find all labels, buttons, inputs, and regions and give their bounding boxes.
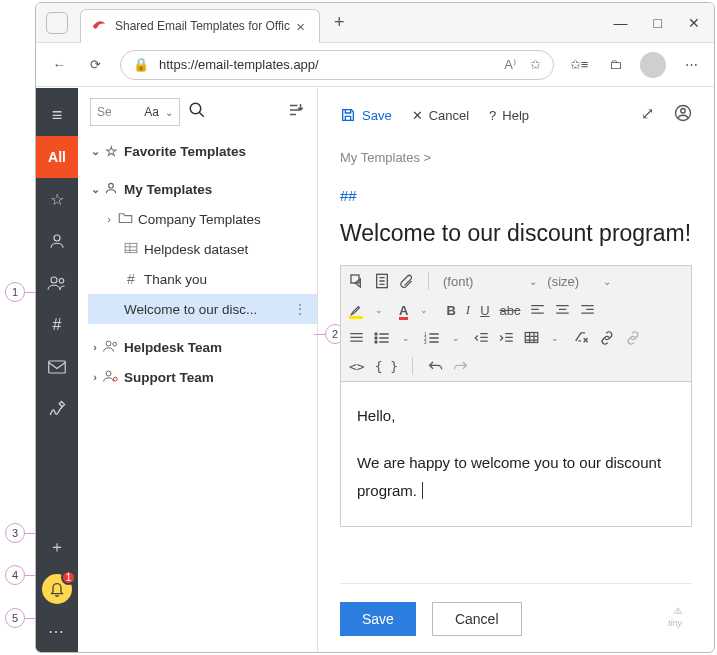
favorite-icon[interactable]: ✩: [530, 57, 541, 72]
footer-cancel-button[interactable]: Cancel: [432, 602, 522, 636]
callout-4: 4: [5, 565, 25, 585]
link-icon[interactable]: [599, 331, 615, 345]
help-icon: ?: [489, 108, 496, 123]
breadcrumb[interactable]: My Templates >: [340, 150, 692, 165]
footer-save-button[interactable]: Save: [340, 602, 416, 636]
font-size-select[interactable]: (size) ⌄: [547, 274, 611, 289]
refresh-icon[interactable]: ⟳: [84, 57, 106, 72]
row-more-icon[interactable]: ⋮: [289, 301, 311, 317]
tree-search-input[interactable]: Se Aa ⌄: [90, 98, 180, 126]
leftbar-user-icon[interactable]: [36, 220, 78, 262]
tab-close-icon[interactable]: ×: [292, 18, 309, 35]
team-admin-icon: [102, 369, 120, 386]
undo-icon[interactable]: [427, 359, 443, 373]
insert-macro-icon[interactable]: [349, 273, 365, 289]
back-icon[interactable]: ←: [48, 57, 70, 72]
chevron-down-icon: ⌄: [88, 145, 102, 158]
highlight-color-icon[interactable]: [349, 303, 363, 317]
search-options-chevron-icon[interactable]: ⌄: [165, 107, 173, 118]
window-maximize-icon[interactable]: □: [654, 15, 662, 31]
template-tree: ⌄ ☆ Favorite Templates ⌄ My Templates ›: [78, 132, 317, 392]
clear-format-icon[interactable]: [573, 330, 589, 345]
new-tab-icon[interactable]: +: [334, 12, 345, 33]
leftbar-hash-icon[interactable]: #: [36, 304, 78, 346]
font-family-select[interactable]: (font) ⌄: [443, 274, 537, 289]
rte-toolbar: (font) ⌄ (size) ⌄ ⌄ A ⌄: [341, 266, 691, 382]
indent-icon[interactable]: [499, 332, 514, 344]
leftbar-sign-icon[interactable]: [36, 388, 78, 430]
browser-tab[interactable]: Shared Email Templates for Offic ×: [80, 9, 320, 43]
redo-icon[interactable]: [453, 359, 469, 373]
bold-icon[interactable]: B: [446, 303, 455, 318]
svg-point-2: [59, 279, 64, 284]
align-right-icon[interactable]: [580, 304, 595, 316]
url-input[interactable]: 🔒 https://email-templates.app/ A⁾ ✩: [120, 50, 554, 80]
tree-favorite-templates[interactable]: ⌄ ☆ Favorite Templates: [88, 136, 317, 166]
sort-icon[interactable]: [287, 101, 305, 123]
template-title[interactable]: Welcome to our discount program!: [340, 220, 692, 247]
window-minimize-icon[interactable]: —: [614, 15, 628, 31]
font-color-icon[interactable]: A: [399, 303, 408, 318]
app-favicon: [91, 18, 107, 34]
align-center-icon[interactable]: [555, 304, 570, 316]
match-case-label: Aa: [144, 105, 159, 119]
collections-icon[interactable]: 🗀: [604, 57, 626, 72]
browser-menu-icon[interactable]: ⋯: [680, 57, 702, 72]
search-icon[interactable]: [188, 101, 206, 123]
toolbar-help-button[interactable]: ? Help: [489, 108, 529, 123]
account-icon[interactable]: [674, 104, 692, 126]
leftbar-users-icon[interactable]: [36, 262, 78, 304]
favorites-bar-icon[interactable]: ✩≡: [568, 57, 590, 72]
source-code-icon[interactable]: <>: [349, 359, 365, 374]
chevron-down-icon[interactable]: ⌄: [551, 333, 559, 343]
toolbar-cancel-label: Cancel: [429, 108, 469, 123]
size-label: (size): [547, 274, 579, 289]
leftbar-favorite-icon[interactable]: ☆: [36, 178, 78, 220]
svg-point-5: [109, 183, 114, 188]
braces-icon[interactable]: { }: [375, 359, 398, 374]
svg-point-9: [106, 371, 111, 376]
toolbar-save-button[interactable]: Save: [340, 107, 392, 123]
tree-company-templates[interactable]: › Company Templates: [88, 204, 317, 234]
chevron-down-icon[interactable]: ⌄: [402, 333, 410, 343]
leftbar-add-icon[interactable]: ＋: [36, 526, 78, 568]
read-aloud-icon[interactable]: A⁾: [504, 57, 516, 72]
chevron-down-icon[interactable]: ⌄: [452, 333, 460, 343]
profile-avatar[interactable]: [640, 52, 666, 78]
tree-helpdesk-dataset[interactable]: Helpdesk dataset: [88, 234, 317, 264]
tab-actions-icon[interactable]: [46, 12, 68, 34]
star-icon: ☆: [102, 143, 120, 159]
leftbar-notifications[interactable]: 1: [36, 568, 78, 610]
rte-content[interactable]: Hello, We are happy to welcome you to ou…: [341, 382, 691, 526]
tree-my-templates[interactable]: ⌄ My Templates: [88, 174, 317, 204]
expand-icon[interactable]: ⤢: [641, 104, 654, 126]
align-left-icon[interactable]: [530, 304, 545, 316]
editor-toolbar: Save ✕ Cancel ? Help ⤢: [340, 100, 692, 130]
outdent-icon[interactable]: [474, 332, 489, 344]
tree-thank-you[interactable]: # Thank you: [88, 264, 317, 294]
number-list-icon[interactable]: 123: [424, 332, 440, 344]
hash-icon: #: [122, 271, 140, 287]
table-icon[interactable]: [524, 331, 539, 344]
chevron-down-icon[interactable]: ⌄: [375, 305, 383, 315]
bullet-list-icon[interactable]: [374, 332, 390, 344]
macro-hashes[interactable]: ##: [340, 187, 692, 204]
leftbar-more-icon[interactable]: ⋯: [36, 610, 78, 652]
tree-welcome-template[interactable]: Welcome to our disc... ⋮: [88, 294, 317, 324]
align-justify-icon[interactable]: [349, 332, 364, 344]
italic-icon[interactable]: I: [466, 302, 470, 318]
unlink-icon[interactable]: [625, 331, 641, 345]
strike-icon[interactable]: abc: [500, 303, 521, 318]
tree-support-team[interactable]: › Support Team: [88, 362, 317, 392]
chevron-down-icon[interactable]: ⌄: [420, 305, 428, 315]
window-close-icon[interactable]: ✕: [688, 15, 700, 31]
menu-icon[interactable]: ≡: [36, 94, 78, 136]
svg-rect-3: [49, 361, 66, 373]
insert-field-icon[interactable]: [375, 273, 389, 289]
toolbar-cancel-button[interactable]: ✕ Cancel: [412, 108, 469, 123]
attach-icon[interactable]: [399, 273, 414, 289]
underline-icon[interactable]: U: [480, 303, 489, 318]
tree-helpdesk-team[interactable]: › Helpdesk Team: [88, 332, 317, 362]
leftbar-mail-icon[interactable]: [36, 346, 78, 388]
leftbar-all[interactable]: All: [36, 136, 78, 178]
